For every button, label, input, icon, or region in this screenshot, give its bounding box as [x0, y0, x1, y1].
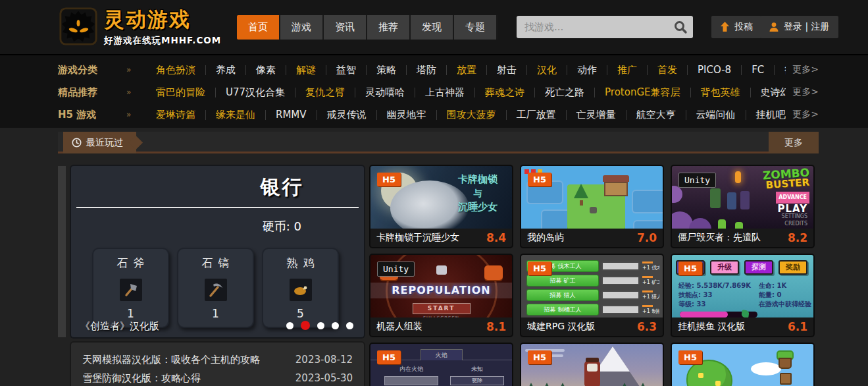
game-card[interactable]: H5 升级 探测 奖励 经验: 5.538K/7.869K 技能点: 33 等级…	[672, 255, 813, 336]
slider-dot[interactable]	[286, 322, 294, 329]
game-card[interactable]: H5 卡牌枷锁 与 沉睡少女 卡牌枷锁于沉睡少女 8.4	[370, 166, 512, 247]
game-title: 机器人组装	[376, 321, 422, 333]
game-rating: 6.3	[633, 320, 657, 333]
recent-more-button[interactable]: 更多	[769, 132, 819, 153]
game-card[interactable]: H5	[672, 344, 813, 386]
slider-dot-active[interactable]	[301, 321, 310, 330]
unity-badge: Unity	[377, 262, 415, 277]
category-link[interactable]: 挂机吧兄弟	[746, 110, 786, 120]
category-link[interactable]: FC	[742, 65, 775, 75]
category-link[interactable]: RMMV	[266, 110, 317, 120]
category-link[interactable]: 雷巴的冒险	[146, 88, 216, 97]
category-link[interactable]: 推广	[607, 65, 648, 75]
slider-dot[interactable]	[332, 322, 339, 329]
site-title: 灵动游戏	[104, 6, 221, 34]
category-link[interactable]: 云端问仙	[686, 110, 746, 120]
game-card[interactable]: H5	[521, 344, 663, 386]
nav-tab[interactable]: 推荐	[367, 15, 411, 40]
category-link[interactable]: 汉化	[527, 65, 567, 75]
category-link[interactable]: 解谜	[286, 65, 326, 75]
search-icon[interactable]	[673, 20, 688, 34]
category-link[interactable]: 围攻大菠萝	[437, 110, 507, 120]
divider	[76, 207, 359, 208]
category-link[interactable]: 亡灵增量	[567, 110, 626, 120]
category-link[interactable]: 像素	[246, 65, 286, 75]
plant-sprite	[741, 310, 749, 317]
news-item[interactable]: 天网模拟器汉化版：吸收各个主机的攻略 2023-08-12	[82, 350, 353, 369]
stone-axe-icon	[122, 281, 140, 298]
login-register-button[interactable]: 登录 | 注册	[760, 16, 838, 38]
category-link[interactable]: PICO-8	[688, 65, 742, 75]
game-title: 僵尸毁灭者：先遣队	[678, 232, 761, 244]
game-card[interactable]: Unity REPOPULATION START FULLSCREEN 机器人组…	[370, 255, 512, 336]
monster-logo-icon	[58, 6, 99, 47]
featured-slider-card[interactable]: 银行 硬币: 0 石斧 1 石镐	[71, 166, 364, 337]
nav-tab[interactable]: 资讯	[324, 15, 367, 40]
user-icon	[769, 22, 779, 32]
category-link[interactable]: 幽灵地牢	[377, 110, 437, 120]
inventory-slot: 石斧 1	[92, 248, 169, 328]
progress-bar-art	[601, 305, 640, 314]
category-link[interactable]: 灵动嘻哈	[355, 88, 415, 97]
game-card[interactable]: H5 火焰 内在火焰 未知 驱除 集中精力	[370, 344, 512, 386]
recently-played-tab[interactable]: 最近玩过	[63, 132, 136, 153]
stone-pickaxe-icon	[207, 281, 224, 298]
unity-badge: Unity	[678, 173, 716, 188]
category-link[interactable]: 背包英雄	[691, 88, 751, 97]
nav-tab[interactable]: 发现	[411, 15, 454, 40]
category-section: 游戏分类 » 角色扮演养成像素解谜益智策略塔防放置射击汉化动作推广首发PICO-…	[0, 54, 868, 128]
category-link[interactable]: 复仇之臂	[295, 88, 355, 97]
category-link[interactable]: 上古神器	[415, 88, 475, 97]
category-link[interactable]: ProtonGE兼容层	[595, 88, 690, 97]
category-link[interactable]: 史诗幻想	[751, 88, 786, 97]
game-screen-title: 银行	[200, 174, 364, 201]
category-link[interactable]: 戒灵传说	[317, 110, 377, 120]
category-link[interactable]: 航空大亨	[626, 110, 686, 120]
category-link[interactable]: 动作	[567, 65, 607, 75]
recruit-button-art: 招募 矿工	[526, 275, 599, 287]
category-link[interactable]: 养成	[206, 65, 246, 75]
more-link[interactable]: 更多>	[786, 64, 819, 76]
nav-tab[interactable]: 专题	[454, 15, 498, 40]
game-card[interactable]: H5 招募 伐木工人 +1 伐木工 招募 矿工 +1 矿工	[521, 255, 663, 336]
category-link[interactable]: 角色扮演	[146, 65, 206, 75]
zombie-hand	[718, 219, 726, 229]
chevron-right-icon: »	[126, 88, 146, 97]
submit-button[interactable]: 投稿	[711, 16, 761, 38]
category-link[interactable]: 街机	[775, 65, 786, 75]
category-link[interactable]: 工厂放置	[507, 110, 567, 120]
category-link[interactable]: 射击	[487, 65, 527, 75]
game-card[interactable]: H5 我的岛屿 7.0	[521, 166, 663, 247]
category-link[interactable]: 策略	[367, 65, 407, 75]
category-link[interactable]: 塔防	[407, 65, 447, 75]
search-input[interactable]	[524, 21, 673, 33]
news-item[interactable]: 雪堡防御汉化版：攻略心得 2023-05-30	[82, 369, 353, 386]
category-link[interactable]: 首发	[648, 65, 688, 75]
category-link[interactable]: 死亡之路	[535, 88, 595, 97]
character-sprite	[590, 207, 597, 213]
slider-dot[interactable]	[317, 322, 324, 329]
game-card[interactable]: Unity ZOMBO BUSTER ADVANCE PLAY SETTINGS…	[672, 166, 813, 247]
zombie-shape	[689, 218, 711, 229]
category-row-featured: 精品推荐 » 雷巴的冒险U77汉化合集复仇之臂灵动嘻哈上古神器葬魂之诗死亡之路P…	[58, 81, 819, 103]
category-link[interactable]: 葬魂之诗	[475, 88, 535, 97]
progress-bar-art	[601, 290, 640, 300]
soldier-sprite	[740, 191, 750, 209]
more-link[interactable]: 更多>	[786, 86, 819, 98]
plant-pot-sprite	[778, 352, 792, 359]
slider-dot[interactable]	[346, 322, 353, 329]
nav-tab[interactable]: 首页	[237, 15, 280, 40]
category-link[interactable]: U77汉化合集	[216, 88, 295, 97]
game-title: 卡牌枷锁于沉睡少女	[376, 232, 459, 244]
nav-tab[interactable]: 游戏	[280, 15, 324, 40]
soldier-sprite	[727, 192, 736, 209]
game-title: 我的岛屿	[527, 232, 564, 244]
category-link[interactable]: 缘来是仙	[206, 110, 266, 120]
category-link[interactable]: 放置	[447, 65, 487, 75]
category-link[interactable]: 益智	[326, 65, 367, 75]
category-link[interactable]: 爱琳诗篇	[146, 110, 206, 120]
more-link[interactable]: 更多>	[786, 109, 819, 121]
game-button-art	[384, 376, 438, 385]
progress-bar-art	[601, 262, 640, 271]
site-logo[interactable]: 灵动游戏 好游戏在线玩MHHF.COM	[58, 6, 221, 47]
